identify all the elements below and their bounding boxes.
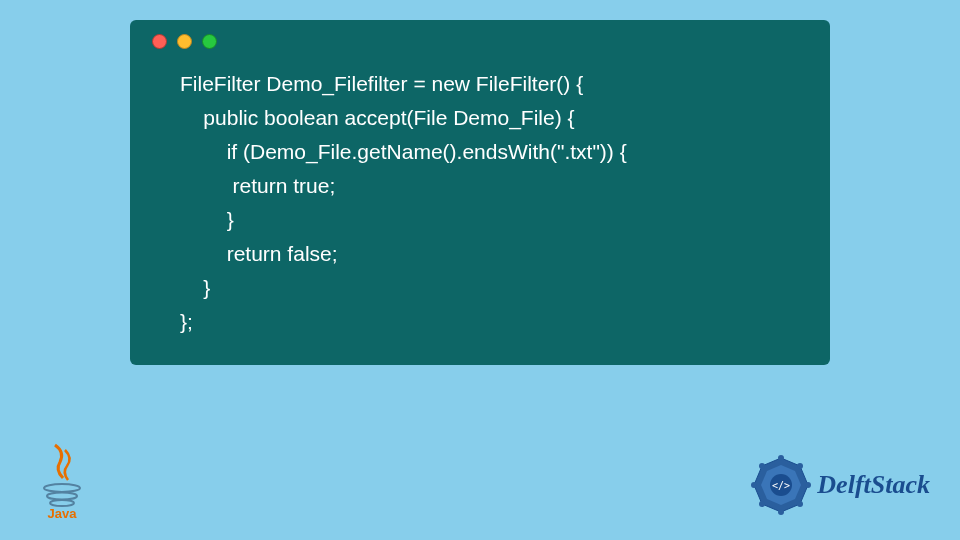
code-line-5: } (180, 208, 234, 231)
svg-point-12 (797, 463, 803, 469)
svg-point-9 (805, 482, 811, 488)
svg-point-15 (759, 463, 765, 469)
svg-point-1 (47, 493, 77, 500)
svg-point-14 (759, 501, 765, 507)
minimize-icon[interactable] (177, 34, 192, 49)
delftstack-icon: </> (751, 455, 811, 515)
svg-point-10 (778, 509, 784, 515)
java-logo-icon: Java (35, 440, 90, 520)
code-content: FileFilter Demo_Filefilter = new FileFil… (130, 49, 830, 359)
svg-point-0 (44, 484, 80, 492)
delftstack-label: DelftStack (817, 470, 930, 500)
window-controls (130, 20, 830, 49)
code-line-1: FileFilter Demo_Filefilter = new FileFil… (180, 72, 583, 95)
svg-point-8 (778, 455, 784, 461)
close-icon[interactable] (152, 34, 167, 49)
code-line-2: public boolean accept(File Demo_File) { (180, 106, 575, 129)
code-line-4: return true; (180, 174, 335, 197)
code-line-7: } (180, 276, 210, 299)
svg-text:</>: </> (772, 480, 790, 491)
maximize-icon[interactable] (202, 34, 217, 49)
svg-text:Java: Java (48, 506, 78, 520)
delftstack-logo: </> DelftStack (751, 455, 930, 515)
code-line-8: }; (180, 310, 193, 333)
svg-point-13 (797, 501, 803, 507)
code-window: FileFilter Demo_Filefilter = new FileFil… (130, 20, 830, 365)
code-line-3: if (Demo_File.getName().endsWith(".txt")… (180, 140, 627, 163)
svg-point-11 (751, 482, 757, 488)
java-icon: Java (35, 440, 90, 520)
code-line-6: return false; (180, 242, 338, 265)
